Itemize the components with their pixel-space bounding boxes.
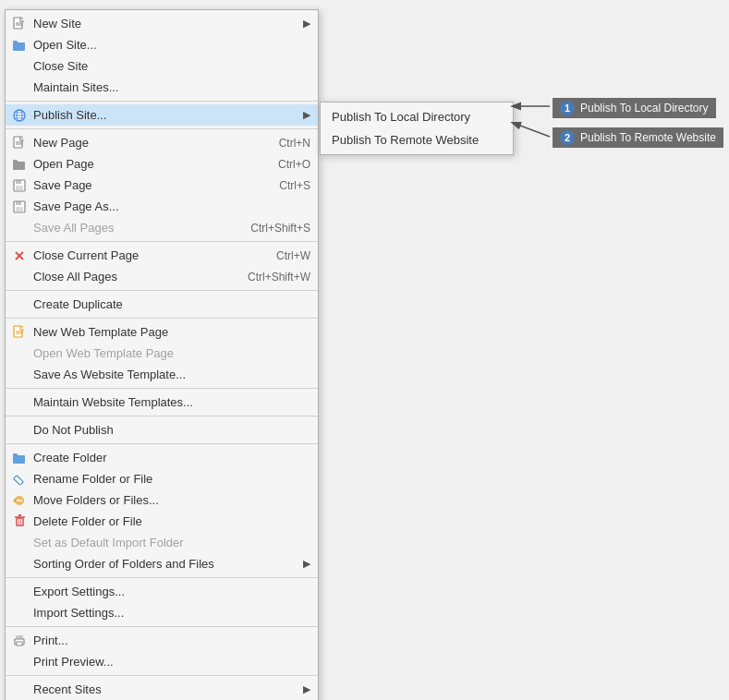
- menu-item-close-current-page[interactable]: Close Current PageCtrl+W: [6, 245, 318, 266]
- menu-item-save-page[interactable]: Save PageCtrl+S: [6, 175, 318, 196]
- menu-item-delete-folder-or-file[interactable]: Delete Folder or File: [6, 511, 318, 532]
- arrow-recent-sites: ▶: [303, 683, 310, 695]
- menu-item-maintain-website-templates[interactable]: Maintain Website Templates...: [6, 392, 318, 413]
- menu-item-label-export-settings: Export Settings...: [33, 585, 125, 598]
- menu-item-label-create-duplicate: Create Duplicate: [33, 297, 123, 311]
- svg-rect-34: [17, 642, 22, 646]
- annotation-label-1: Publish To Local Directory: [580, 102, 709, 115]
- shortcut-new-page: Ctrl+N: [261, 137, 310, 150]
- menu-item-import-settings[interactable]: Import Settings...: [6, 602, 318, 623]
- menu-item-label-rename-folder-or-file: Rename Folder or File: [33, 472, 152, 486]
- menu-item-label-new-site: New Site: [33, 17, 81, 30]
- shortcut-save-page: Ctrl+S: [261, 179, 310, 192]
- menu-item-label-save-as-website-template: Save As Website Template...: [33, 368, 186, 381]
- svg-rect-17: [16, 201, 21, 205]
- menu-item-label-create-folder: Create Folder: [33, 451, 106, 465]
- menu-item-label-move-folders-or-files: Move Folders or Files...: [33, 493, 159, 507]
- new-site-icon: [11, 16, 28, 32]
- svg-rect-14: [16, 180, 21, 184]
- menu-item-label-maintain-website-templates: Maintain Website Templates...: [33, 395, 193, 409]
- menu-item-label-save-page: Save Page: [33, 178, 92, 192]
- arrow-new-site: ▶: [303, 18, 310, 30]
- separator-25: [6, 443, 318, 444]
- svg-rect-15: [16, 186, 23, 190]
- menu-item-new-web-template-page[interactable]: New Web Template Page: [6, 321, 318, 343]
- menu-item-label-open-page: Open Page: [33, 157, 94, 171]
- submenu-item-publish-local[interactable]: Publish To Local Directory: [321, 105, 513, 128]
- separator-32: [6, 577, 318, 578]
- submenu-label-publish-local: Publish To Local Directory: [332, 110, 470, 124]
- menu-item-rename-folder-or-file[interactable]: Rename Folder or File: [6, 468, 318, 489]
- annotation-label-2: Publish To Remote Website: [580, 131, 716, 144]
- menu-item-publish-site[interactable]: Publish Site...▶Publish To Local Directo…: [6, 104, 318, 126]
- shortcut-open-page: Ctrl+O: [260, 158, 310, 171]
- publish-submenu: Publish To Local DirectoryPublish To Rem…: [320, 102, 514, 155]
- menu-item-export-settings[interactable]: Export Settings...: [6, 581, 318, 602]
- main-menu: New Site▶Open Site...Close SiteMaintain …: [5, 9, 319, 700]
- new-web-template-page-icon: [11, 324, 28, 341]
- menu-item-label-print-preview: Print Preview...: [33, 655, 114, 669]
- menu-item-close-all-pages[interactable]: Close All PagesCtrl+Shift+W: [6, 266, 318, 287]
- menu-item-label-publish-site: Publish Site...: [33, 108, 107, 122]
- menu-item-do-not-publish[interactable]: Do Not Publish: [6, 419, 318, 441]
- svg-rect-18: [16, 207, 23, 211]
- publish-site-icon: [11, 107, 28, 124]
- separator-21: [6, 388, 318, 389]
- menu-item-save-page-as[interactable]: Save Page As...: [6, 196, 318, 217]
- separator-35: [6, 626, 318, 627]
- separator-15: [6, 290, 318, 291]
- svg-line-1: [513, 123, 550, 137]
- menu-item-label-sorting-order: Sorting Order of Folders and Files: [33, 557, 214, 571]
- menu-item-set-as-default-import-folder[interactable]: Set as Default Import Folder: [6, 532, 318, 553]
- menu-item-save-all-pages[interactable]: Save All PagesCtrl+Shift+S: [6, 217, 318, 238]
- menu-item-label-maintain-sites: Maintain Sites...: [33, 80, 119, 94]
- menu-item-move-folders-or-files[interactable]: Move Folders or Files...: [6, 489, 318, 511]
- submenu-item-publish-remote[interactable]: Publish To Remote Website: [321, 128, 513, 151]
- save-page-icon: [11, 177, 28, 194]
- menu-item-print-preview[interactable]: Print Preview...: [6, 651, 318, 672]
- separator-4: [6, 101, 318, 102]
- menu-item-label-close-site: Close Site: [33, 59, 88, 73]
- menu-item-print[interactable]: Print...: [6, 630, 318, 651]
- svg-rect-24: [14, 475, 24, 485]
- menu-item-open-site[interactable]: Open Site...: [6, 34, 318, 55]
- shortcut-close-all-pages: Ctrl+Shift+W: [229, 271, 310, 284]
- new-page-icon: [11, 135, 28, 151]
- menu-item-label-delete-folder-or-file: Delete Folder or File: [33, 514, 142, 528]
- shortcut-save-all-pages: Ctrl+Shift+S: [232, 222, 310, 235]
- menu-item-label-save-all-pages: Save All Pages: [33, 221, 114, 235]
- menu-item-label-import-settings: Import Settings...: [33, 606, 124, 620]
- separator-23: [6, 416, 318, 416]
- svg-rect-33: [16, 635, 23, 639]
- menu-item-save-as-website-template[interactable]: Save As Website Template...: [6, 364, 318, 385]
- menu-item-label-open-web-template-page: Open Web Template Page: [33, 346, 174, 360]
- separator-6: [6, 128, 318, 129]
- menu-item-label-close-current-page: Close Current Page: [33, 248, 139, 262]
- arrow-publish-site: ▶: [303, 109, 310, 121]
- annotation-number-2: 2: [560, 130, 575, 145]
- menu-item-maintain-sites[interactable]: Maintain Sites...: [6, 77, 318, 98]
- close-current-page-icon: [11, 247, 28, 264]
- menu-item-label-new-page: New Page: [33, 136, 89, 150]
- arrow-sorting-order: ▶: [303, 558, 310, 570]
- menu-item-open-web-template-page[interactable]: Open Web Template Page: [6, 343, 318, 364]
- submenu-label-publish-remote: Publish To Remote Website: [332, 133, 479, 147]
- separator-12: [6, 241, 318, 242]
- menu-item-label-new-web-template-page: New Web Template Page: [33, 325, 168, 339]
- shortcut-close-current-page: Ctrl+W: [258, 249, 310, 262]
- menu-item-label-close-all-pages: Close All Pages: [33, 270, 117, 284]
- menu-item-close-site[interactable]: Close Site: [6, 55, 318, 77]
- menu-item-create-duplicate[interactable]: Create Duplicate: [6, 294, 318, 315]
- menu-item-recent-sites[interactable]: Recent Sites▶: [6, 679, 318, 700]
- open-page-icon: [11, 156, 28, 173]
- print-icon: [11, 633, 28, 649]
- menu-item-new-site[interactable]: New Site▶: [6, 13, 318, 34]
- menu-item-sorting-order[interactable]: Sorting Order of Folders and Files▶: [6, 553, 318, 574]
- menu-item-label-print: Print...: [33, 634, 68, 647]
- separator-17: [6, 318, 318, 319]
- menu-item-new-page[interactable]: New PageCtrl+N: [6, 132, 318, 153]
- menu-item-create-folder[interactable]: Create Folder: [6, 447, 318, 468]
- separator-38: [6, 675, 318, 676]
- menu-item-open-page[interactable]: Open PageCtrl+O: [6, 153, 318, 175]
- delete-folder-or-file-icon: [11, 513, 28, 530]
